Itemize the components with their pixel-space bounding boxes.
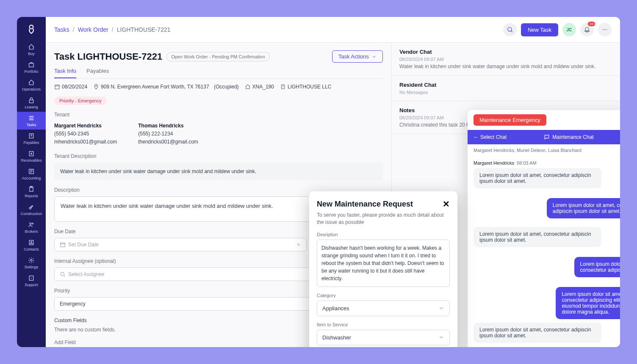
new-task-button[interactable]: New Task	[521, 23, 558, 36]
sidebar-item-leasing[interactable]: Leasing	[17, 94, 46, 112]
chevron-down-icon	[371, 54, 377, 59]
breadcrumb-tasks[interactable]: Tasks	[54, 26, 69, 33]
tenant-2: Thomas Hendricks (555) 222-1234 thendric…	[138, 122, 198, 146]
task-actions-button[interactable]: Task Actions	[332, 50, 383, 63]
breadcrumb-work-order[interactable]: Work Order	[78, 26, 108, 33]
tab-payables[interactable]: Payables	[86, 68, 109, 78]
page-title: Task LIGHTHOUSE-7221	[54, 51, 162, 62]
svg-rect-21	[61, 243, 65, 246]
clipboard-icon	[28, 185, 35, 193]
svg-point-19	[96, 85, 97, 86]
meta-occupied: (Occupied)	[214, 84, 239, 90]
svg-point-22	[61, 272, 64, 276]
calendar-icon	[60, 242, 66, 248]
sidebar-item-receivables[interactable]: Receivables	[17, 147, 46, 165]
chat-title: Maintenance Chat	[544, 134, 593, 140]
support-icon	[28, 274, 35, 282]
notifications-button[interactable]: 10	[580, 23, 594, 36]
home-icon	[245, 84, 251, 90]
contacts-icon	[28, 239, 35, 246]
home-icon	[28, 43, 35, 51]
accounting-icon	[28, 168, 35, 175]
breadcrumb-current: LIGHTHOUSE-7221	[117, 26, 171, 33]
tenant-1: Margaret Hendricks (555) 540-2345 mhendr…	[54, 122, 117, 146]
meta-company: LIGHTHOUSE LLC	[288, 84, 331, 90]
sidebar-item-reports[interactable]: Reports	[17, 183, 46, 201]
svg-point-14	[508, 28, 512, 31]
sidebar-item-portfolio[interactable]: Portfolio	[17, 58, 46, 76]
tenant-label: Tenant	[54, 112, 383, 118]
priority-badge: Priority - Emergency	[54, 97, 107, 105]
app-logo	[25, 22, 38, 36]
list-icon	[28, 114, 35, 122]
notification-count: 10	[588, 22, 595, 26]
due-date-input[interactable]: Set Due Date	[54, 238, 307, 251]
tabs: Task Info Payables	[54, 68, 383, 79]
svg-rect-2	[29, 100, 33, 103]
sidebar: Buy Portfolio Operations Leasing Tasks P…	[17, 17, 46, 347]
sidebar-item-accounting[interactable]: Accounting	[17, 165, 46, 183]
meta-unit: XNA_190	[252, 84, 274, 90]
sidebar-item-construction[interactable]: Construction	[17, 201, 46, 218]
user-avatar[interactable]: JC	[562, 23, 576, 36]
sidebar-item-tasks[interactable]: Tasks	[17, 112, 46, 130]
more-button[interactable]	[598, 23, 612, 36]
chat-message: Lorem ipsum dolor sit amet, consectetur …	[556, 287, 620, 319]
tenant-desc-label: Tenant Description	[54, 153, 383, 159]
sidebar-item-payables[interactable]: Payables	[17, 130, 46, 147]
chat-messages: Margaret Hendricks 08:03 AM Lorem ipsum …	[468, 156, 620, 347]
tab-task-info[interactable]: Task Info	[54, 68, 76, 78]
maint-description-field[interactable]: Dishwasher hasn't been working for a wee…	[317, 240, 450, 287]
task-meta: 08/20/2024 909 N. Evergreen Avenue Fort …	[54, 84, 383, 90]
topbar: Tasks / Work Order / LIGHTHOUSE-7221 New…	[46, 17, 620, 43]
breadcrumb: Tasks / Work Order / LIGHTHOUSE-7221	[54, 26, 171, 33]
chevron-down-icon	[438, 305, 444, 311]
search-icon	[60, 271, 66, 277]
more-icon	[601, 26, 608, 33]
search-button[interactable]	[503, 23, 517, 36]
svg-point-15	[603, 29, 604, 30]
sidebar-item-operations[interactable]: Operations	[17, 76, 46, 94]
chat-message: Lorem ipsum dolor sit amet, consectetur …	[474, 323, 601, 343]
svg-point-16	[604, 29, 605, 30]
maint-title: New Maintenance Request	[317, 200, 413, 209]
meta-date: 08/20/2024	[62, 84, 87, 90]
close-maint-button[interactable]: ✕	[443, 199, 450, 209]
calendar-icon	[54, 84, 60, 90]
location-icon	[93, 84, 99, 90]
sidebar-item-settings[interactable]: Settings	[17, 254, 46, 272]
maint-subtitle: To serve you faster, please provide as m…	[317, 212, 450, 226]
gear-icon	[28, 256, 35, 264]
svg-rect-18	[55, 85, 60, 89]
meta-address: 909 N. Evergreen Avenue Fort Worth, TX 7…	[101, 84, 209, 90]
svg-rect-20	[281, 85, 284, 88]
emergency-badge: Maintenance Emergency	[474, 114, 546, 126]
svg-point-17	[606, 29, 607, 30]
app-container: Buy Portfolio Operations Leasing Tasks P…	[17, 17, 620, 347]
building-icon	[280, 84, 286, 90]
svg-point-12	[30, 259, 32, 261]
payables-icon	[28, 132, 35, 140]
vendor-chat-section[interactable]: Vendor Chat 08/20/2024 09:07 AM Water le…	[392, 43, 620, 76]
clear-icon[interactable]	[296, 242, 301, 247]
chat-participants: Margaret Hendricks, Muriel Deleon, Luisa…	[468, 144, 620, 156]
chat-message: Lorem ipsum dolor sit amet, consectetur …	[547, 198, 620, 218]
resident-chat-section[interactable]: Resident Chat No Messages	[392, 76, 620, 101]
maint-item-select[interactable]: Dishwasher	[317, 330, 450, 345]
chat-icon	[544, 134, 550, 140]
sidebar-item-support[interactable]: Support	[17, 272, 46, 290]
search-icon	[507, 26, 513, 33]
sidebar-item-brokers[interactable]: Brokers	[17, 218, 46, 236]
svg-rect-1	[29, 63, 34, 67]
select-chat-button[interactable]: ← Select Chat	[474, 134, 507, 140]
sidebar-item-contacts[interactable]: Contacts	[17, 236, 46, 254]
receivables-icon	[28, 150, 35, 157]
chat-message: Lorem ipsum dolor sit amet, consectetur …	[574, 257, 620, 277]
maint-category-select[interactable]: Appliances	[317, 301, 450, 316]
svg-point-9	[32, 223, 33, 224]
wrench-icon	[28, 203, 35, 211]
bell-icon	[584, 26, 590, 33]
portfolio-icon	[28, 61, 35, 69]
svg-point-0	[30, 25, 33, 29]
sidebar-item-buy[interactable]: Buy	[17, 41, 46, 58]
